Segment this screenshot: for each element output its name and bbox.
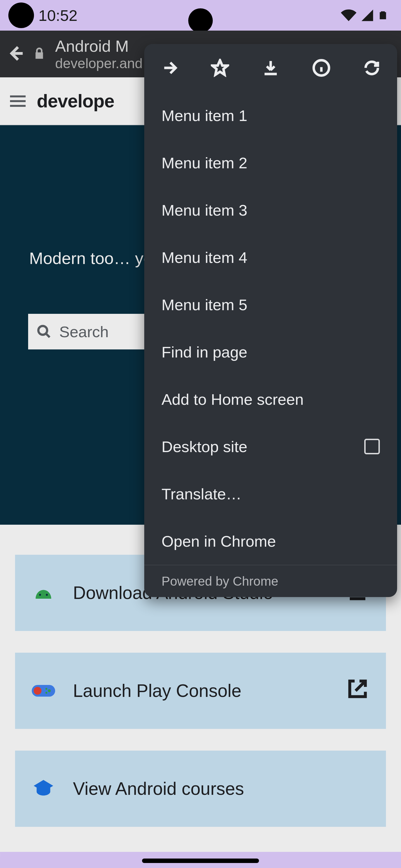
menu-footer: Powered by Chrome	[144, 565, 397, 597]
svg-point-1	[39, 594, 41, 596]
menu-item-2[interactable]: Menu item 2	[144, 139, 397, 186]
menu-item-label: Menu item 5	[162, 296, 247, 314]
gesture-nav-pill[interactable]	[142, 859, 259, 863]
info-button[interactable]	[296, 44, 347, 92]
menu-item-label: Menu item 3	[162, 201, 247, 219]
front-camera-punch-hole	[188, 8, 213, 33]
download-button[interactable]	[245, 44, 296, 92]
search-placeholder: Search	[59, 323, 109, 341]
download-icon	[261, 59, 280, 77]
menu-item-4[interactable]: Menu item 4	[144, 234, 397, 281]
hamburger-menu-icon[interactable]	[10, 95, 26, 107]
info-icon	[312, 59, 331, 77]
menu-item-label: Menu item 4	[162, 248, 247, 267]
menu-item-label: Find in page	[162, 343, 247, 361]
star-icon	[211, 59, 229, 77]
menu-footer-label: Powered by Chrome	[162, 574, 278, 589]
cell-signal-icon	[360, 8, 374, 22]
battery-icon	[378, 7, 388, 23]
site-logo-text: develope	[37, 90, 114, 112]
back-icon[interactable]	[6, 44, 25, 64]
menu-item-label: Desktop site	[162, 438, 247, 456]
front-camera-cutout	[8, 2, 34, 28]
menu-toolbar-row	[144, 44, 397, 92]
svg-point-0	[38, 326, 47, 335]
bookmark-button[interactable]	[195, 44, 246, 92]
card-android-courses[interactable]: View Android courses	[15, 751, 386, 827]
menu-item-label: Translate…	[162, 485, 241, 503]
graduation-cap-icon	[32, 777, 55, 800]
external-link-icon	[346, 677, 369, 705]
reload-icon	[363, 59, 381, 77]
svg-point-4	[34, 687, 41, 695]
menu-find-in-page[interactable]: Find in page	[144, 328, 397, 376]
forward-icon	[161, 59, 179, 77]
status-bar: 10:52	[0, 0, 401, 31]
menu-desktop-site[interactable]: Desktop site	[144, 423, 397, 470]
svg-point-6	[46, 688, 47, 690]
menu-translate[interactable]: Translate…	[144, 470, 397, 518]
forward-button[interactable]	[144, 44, 195, 92]
menu-item-label: Menu item 2	[162, 154, 247, 172]
play-console-icon	[32, 679, 55, 703]
status-time: 10:52	[38, 6, 78, 25]
address-bar[interactable]: Android M developer.and	[55, 37, 143, 71]
menu-item-label: Menu item 1	[162, 106, 247, 125]
menu-item-1[interactable]: Menu item 1	[144, 92, 397, 139]
card-play-console[interactable]: Launch Play Console	[15, 653, 386, 729]
svg-point-5	[48, 689, 51, 692]
reload-button[interactable]	[346, 44, 397, 92]
menu-item-label: Add to Home screen	[162, 390, 304, 408]
browser-overflow-menu: Menu item 1 Menu item 2 Menu item 3 Menu…	[144, 44, 397, 597]
search-icon	[36, 324, 52, 339]
card-label: View Android courses	[73, 778, 244, 799]
card-label: Launch Play Console	[73, 681, 241, 701]
lock-icon[interactable]	[33, 47, 46, 61]
page-domain: developer.and	[55, 55, 143, 71]
menu-item-3[interactable]: Menu item 3	[144, 186, 397, 234]
wifi-icon	[341, 7, 356, 23]
menu-item-5[interactable]: Menu item 5	[144, 281, 397, 328]
menu-item-label: Open in Chrome	[162, 532, 276, 550]
android-icon	[32, 581, 55, 604]
menu-open-in-chrome[interactable]: Open in Chrome	[144, 518, 397, 565]
desktop-site-checkbox[interactable]	[364, 439, 380, 454]
menu-add-to-home[interactable]: Add to Home screen	[144, 376, 397, 423]
svg-point-7	[46, 692, 47, 694]
svg-point-2	[46, 594, 48, 596]
status-indicators	[341, 7, 388, 23]
page-title: Android M	[55, 37, 143, 55]
